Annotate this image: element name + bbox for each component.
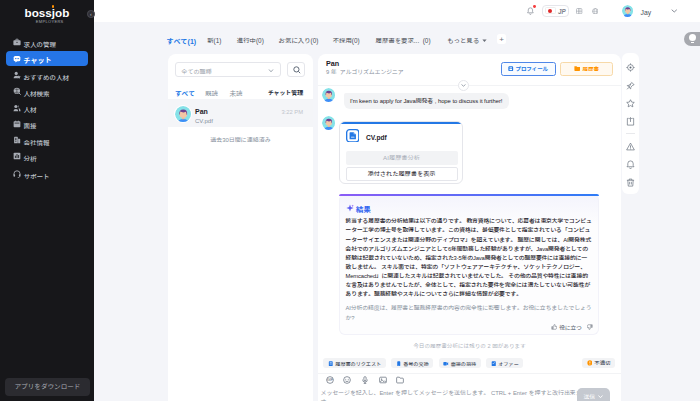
svg-text:GIF: GIF	[327, 379, 334, 383]
